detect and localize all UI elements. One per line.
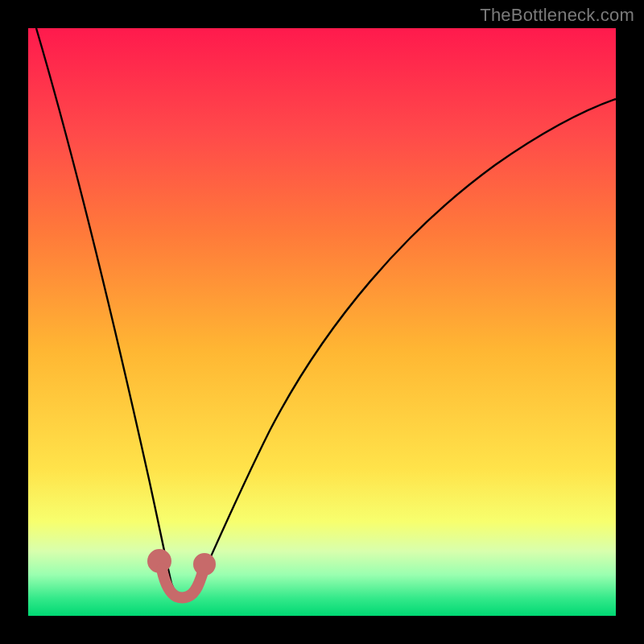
bottleneck-curve-svg [28, 28, 616, 616]
svg-point-1 [199, 559, 210, 570]
bottleneck-curve-path [36, 28, 616, 595]
highlight-band [153, 555, 210, 598]
chart-frame: TheBottleneck.com [0, 0, 644, 644]
plot-area [28, 28, 616, 616]
watermark-text: TheBottleneck.com [480, 5, 634, 26]
